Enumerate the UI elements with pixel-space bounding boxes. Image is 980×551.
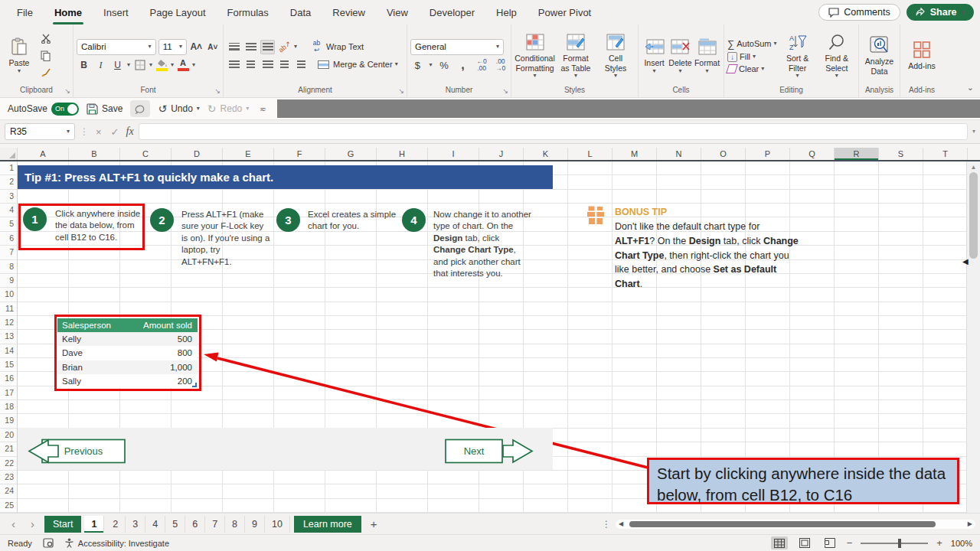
sheet-tab[interactable]: 5 [165, 516, 185, 533]
menu-insert[interactable]: Insert [102, 2, 130, 23]
cell-styles-button[interactable]: Cell Styles ▾ [596, 31, 635, 80]
chevron-down-icon[interactable]: ▾ [171, 62, 174, 68]
redo-button[interactable]: ↻ Redo ▾ [207, 103, 249, 115]
font-size-select[interactable]: 11▾ [158, 39, 187, 55]
row-header[interactable]: 5 [0, 217, 17, 231]
next-button[interactable]: Next [445, 438, 535, 465]
menu-page-layout[interactable]: Page Layout [149, 2, 207, 23]
expand-formula-bar-icon[interactable]: ▾ [972, 129, 975, 135]
find-select-button[interactable]: Find & Select ▾ [818, 31, 855, 80]
font-color-icon[interactable]: A [176, 59, 190, 71]
row-header[interactable]: 20 [0, 429, 17, 442]
row-header[interactable]: 13 [0, 330, 17, 344]
paste-button[interactable]: Paste ▾ [3, 35, 35, 75]
row-header[interactable]: 4 [0, 204, 17, 217]
table-row[interactable]: Brian 1,000 [57, 360, 198, 374]
fill-color-icon[interactable] [155, 60, 168, 71]
horizontal-scroll-thumb[interactable] [629, 521, 936, 527]
view-page-layout-icon[interactable] [796, 536, 813, 549]
horizontal-scrollbar[interactable]: ◀ ▶ [616, 520, 975, 529]
enter-icon[interactable]: ✓ [109, 126, 122, 138]
zoom-out-icon[interactable]: − [847, 537, 853, 549]
comments-button[interactable]: Comments [818, 4, 900, 21]
sheet-tab[interactable]: 10 [265, 516, 290, 533]
column-header[interactable]: B [69, 148, 120, 160]
clear-button[interactable]: Clear ▾ [727, 64, 777, 73]
cancel-icon[interactable]: × [93, 126, 104, 138]
chevron-down-icon[interactable]: ▾ [127, 62, 130, 68]
chevron-down-icon[interactable]: ▾ [149, 62, 152, 68]
menu-data[interactable]: Data [289, 2, 312, 23]
format-painter-icon[interactable] [38, 65, 53, 80]
zoom-slider-thumb[interactable] [898, 539, 901, 548]
sheet-tab[interactable]: 9 [245, 516, 265, 533]
name-box[interactable]: R35 ▾ [5, 123, 75, 140]
sheet-nav-right-icon[interactable]: › [24, 517, 41, 530]
row-header[interactable]: 6 [0, 232, 17, 246]
insert-function-icon[interactable]: fx [126, 126, 134, 138]
row-header[interactable]: 2 [0, 175, 17, 189]
menu-home[interactable]: Home [53, 2, 83, 23]
cell-salesperson[interactable]: Sally [57, 377, 138, 386]
decrease-decimal-icon[interactable]: .00→0 [493, 58, 508, 73]
row-header[interactable]: 7 [0, 246, 17, 259]
sheet-tab[interactable]: 8 [225, 516, 245, 533]
row-header[interactable]: 25 [0, 499, 17, 513]
align-bottom-icon[interactable] [260, 40, 275, 54]
sheet-tab[interactable]: 2 [106, 516, 126, 533]
sheet-tab-start[interactable]: Start [44, 516, 81, 533]
view-page-break-icon[interactable] [822, 536, 838, 549]
save-button[interactable]: Save [87, 103, 122, 115]
add-sheet-button[interactable]: + [363, 517, 385, 530]
menu-view[interactable]: View [385, 2, 410, 23]
menu-formulas[interactable]: Formulas [226, 2, 270, 23]
scroll-left-icon[interactable]: ◀ [619, 520, 623, 527]
fill-button[interactable]: ↓ Fill ▾ [727, 52, 777, 62]
dialog-launcher-icon[interactable]: ↘ [398, 88, 404, 95]
cell-salesperson[interactable]: Brian [57, 363, 138, 372]
font-name-select[interactable]: Calibri▾ [77, 39, 156, 55]
undo-button[interactable]: ↺ Undo ▾ [158, 103, 199, 115]
formula-input[interactable] [139, 123, 968, 140]
comma-style-icon[interactable]: , [456, 58, 470, 73]
cell-amount[interactable]: 1,000 [138, 363, 198, 372]
column-header[interactable]: G [325, 148, 377, 160]
collapse-ribbon-icon[interactable]: ⌄ [967, 83, 974, 93]
sheet-nav-left-icon[interactable]: ‹ [5, 517, 22, 530]
cell-amount[interactable]: 800 [138, 348, 198, 357]
macro-record-icon[interactable] [43, 538, 54, 548]
insert-cells-button[interactable]: Insert ▾ [642, 35, 668, 75]
column-header[interactable]: F [274, 148, 325, 160]
delete-cells-button[interactable]: Delete ▾ [668, 35, 694, 75]
table-row[interactable]: Kelly 500 [57, 332, 198, 346]
column-header[interactable]: H [377, 148, 428, 160]
addins-button[interactable]: Add-ins [904, 38, 939, 72]
row-header[interactable]: 18 [0, 400, 17, 414]
row-header[interactable]: 9 [0, 274, 17, 288]
scroll-right-icon[interactable]: ▶ [968, 520, 972, 527]
cut-icon[interactable] [38, 31, 53, 46]
sheet-tab[interactable]: 3 [126, 516, 145, 533]
number-format-select[interactable]: General▾ [410, 39, 504, 55]
column-header[interactable]: I [428, 148, 479, 160]
format-as-table-button[interactable]: Format as Table ▾ [557, 31, 595, 80]
column-header[interactable]: L [568, 148, 612, 160]
autosave-toggle[interactable]: On [51, 103, 79, 116]
previous-button[interactable]: Previous [27, 438, 128, 465]
format-cells-button[interactable]: Format ▾ [694, 35, 721, 75]
share-button[interactable]: Share ▾ [906, 4, 974, 21]
menu-file[interactable]: File [15, 2, 34, 23]
column-header[interactable]: J [479, 148, 524, 160]
sheet-tab[interactable]: 7 [205, 516, 225, 533]
column-header-active[interactable]: R [835, 148, 879, 160]
row-header[interactable]: 14 [0, 344, 17, 358]
align-right-icon[interactable] [260, 57, 275, 72]
merge-center-label[interactable]: Merge & Center [333, 60, 393, 69]
cell-amount[interactable]: 500 [138, 334, 198, 344]
row-header[interactable]: 23 [0, 471, 17, 484]
accounting-format-icon[interactable]: $ [410, 58, 425, 73]
quick-access-tool-button[interactable] [130, 100, 150, 117]
column-header[interactable]: S [879, 148, 923, 160]
menu-review[interactable]: Review [331, 2, 367, 23]
column-header[interactable]: K [524, 148, 568, 160]
